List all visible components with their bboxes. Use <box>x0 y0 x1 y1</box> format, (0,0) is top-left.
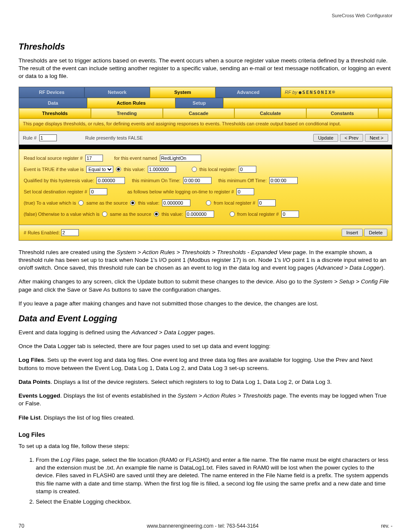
min-off-time-input[interactable] <box>269 177 298 184</box>
logging-heading: Data and Event Logging <box>19 314 392 324</box>
row4-label-a: Set local destination register # <box>24 189 87 194</box>
thresholds-after-1: Threshold rules are created using the Sy… <box>19 249 392 272</box>
row2-label-a: Event is TRUE if the value is <box>24 167 84 172</box>
event-name-input[interactable] <box>160 155 201 162</box>
step-2: Select the Enable Logging checkbox. <box>36 498 392 506</box>
rule-label: Rule # <box>23 135 37 140</box>
threshold-form: Read local source register # for this ev… <box>19 149 392 225</box>
log-register-input[interactable] <box>237 188 254 195</box>
radio-this-value[interactable] <box>116 167 121 172</box>
tab-advanced[interactable]: Advanced <box>215 87 281 98</box>
rule-bar: Rule # Rule presently tests FALSE Update… <box>19 131 392 145</box>
dest-register-input[interactable] <box>90 188 107 195</box>
false-value-input[interactable] <box>186 211 214 218</box>
tab-calculate[interactable]: Calculate <box>234 108 306 118</box>
tab-setup[interactable]: Setup <box>175 98 223 108</box>
radio-false-same[interactable] <box>102 212 107 217</box>
page-number: 70 <box>19 523 24 529</box>
row5-opt1: same as the source <box>86 200 128 205</box>
source-register-input[interactable] <box>85 155 103 162</box>
row2-label-b: this value: <box>124 167 145 172</box>
rule-number-input[interactable] <box>39 134 57 141</box>
row2-label-c: this local register: <box>199 167 237 172</box>
tab-constants[interactable]: Constants <box>306 108 378 118</box>
row6-opt3: from local register # <box>237 212 279 217</box>
delete-button[interactable]: Delete <box>364 229 387 236</box>
row4-label-b: as follows below while logging on-time t… <box>127 189 234 194</box>
min-on-time-input[interactable] <box>183 177 212 184</box>
footer-center: www.bannerengineering.com - tel: 763-544… <box>147 523 259 529</box>
row6-opt1: same as the source <box>110 212 151 217</box>
radio-true-value[interactable] <box>130 200 135 205</box>
rule-status: Rule presently tests FALSE <box>85 135 143 140</box>
tab-spacer <box>223 98 392 108</box>
row6-opt2: this value: <box>162 212 183 217</box>
tab-thresholds[interactable]: Thresholds <box>19 108 91 118</box>
logfiles-subintro: To set up a data log file, follow these … <box>19 442 392 450</box>
thresholds-intro: Thresholds are set to trigger actions ba… <box>19 57 392 81</box>
logging-intro: Event and data logging is defined using … <box>19 329 392 336</box>
compare-value-input[interactable] <box>148 166 176 173</box>
events-desc: Events Logged. Displays the list of even… <box>19 392 392 408</box>
divider-bar <box>19 145 392 149</box>
row3-label-b: this minimum On Time: <box>132 178 180 183</box>
row5-opt2: this value: <box>138 200 159 205</box>
comparison-select[interactable]: Equal to <box>86 166 113 173</box>
prev-button[interactable]: < Prev <box>340 134 363 142</box>
footer-rev: rev. - <box>381 523 392 529</box>
page-description: This page displays thresholds, or rules,… <box>19 118 392 131</box>
compare-register-input[interactable] <box>239 166 256 173</box>
config-footer: # Rules Enabled: Insert Delete <box>19 225 392 240</box>
row1-label-b: for this event named <box>114 156 157 161</box>
rules-enabled-label: # Rules Enabled: <box>24 230 60 235</box>
step-1: From the Log Files page, select the file… <box>36 456 392 495</box>
next-button[interactable]: Next > <box>365 134 388 142</box>
tab-system[interactable]: System <box>150 87 215 98</box>
thresholds-after-2: After making changes to any screen, clic… <box>19 278 392 293</box>
tab-rf-devices[interactable]: RF Devices <box>19 87 84 98</box>
configurator-screenshot: RF Devices Network System Advanced RF by… <box>19 87 392 241</box>
true-register-input[interactable] <box>258 199 276 206</box>
thresholds-after-3: If you leave a page after making changes… <box>19 300 392 308</box>
row5-opt3: from local register # <box>214 200 255 205</box>
true-value-input[interactable] <box>162 199 190 206</box>
false-register-input[interactable] <box>281 211 299 218</box>
row3-label-a: Qualified by this hysteresis value: <box>24 178 94 183</box>
row1-label-a: Read local source register # <box>24 156 83 161</box>
radio-false-register[interactable] <box>230 212 235 217</box>
tab-spacer2 <box>378 108 392 118</box>
logging-p2: Once the Data Logger tab is selected, th… <box>19 342 392 350</box>
logfiles-steps: From the Log Files page, select the file… <box>27 456 392 506</box>
brand-area: RF by ●SENSONIX® <box>281 87 392 98</box>
insert-button[interactable]: Insert <box>342 229 363 236</box>
tab-network[interactable]: Network <box>84 87 150 98</box>
hysteresis-input[interactable] <box>97 177 125 184</box>
row5-label-a: (true) To a value which is <box>24 200 76 205</box>
tab-cascade[interactable]: Cascade <box>163 108 235 118</box>
datapoints-desc: Data Points. Displays a list of the devi… <box>19 378 392 386</box>
filelist-desc: File List. Displays the list of log file… <box>19 414 392 422</box>
tab-data[interactable]: Data <box>19 98 87 108</box>
tab-action-rules[interactable]: Action Rules <box>87 98 175 108</box>
row6-label-a: (false) Otherwise to a value which is <box>24 212 100 217</box>
radio-true-register[interactable] <box>206 200 211 205</box>
thresholds-heading: Thresholds <box>19 42 392 52</box>
update-button[interactable]: Update <box>313 134 338 142</box>
logfiles-subhead: Log Files <box>19 431 392 438</box>
doc-header: SureCross Web Configurator <box>19 13 392 18</box>
radio-false-value[interactable] <box>154 212 159 217</box>
tab-trending[interactable]: Trending <box>91 108 163 118</box>
rules-enabled-input[interactable] <box>61 229 79 236</box>
logfiles-desc: Log Files. Sets up the event log and dat… <box>19 356 392 372</box>
row3-label-c: this minimum Off Time: <box>218 178 267 183</box>
radio-true-same[interactable] <box>78 200 84 205</box>
radio-local-register[interactable] <box>192 167 197 172</box>
page-footer: 70 www.bannerengineering.com - tel: 763-… <box>19 523 392 529</box>
